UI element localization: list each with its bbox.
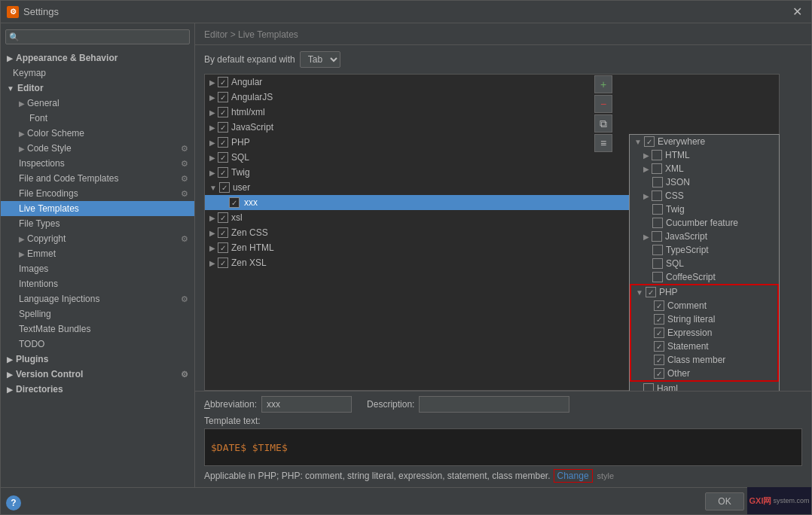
context-item-comment[interactable]: Comment [631, 299, 777, 312]
context-check[interactable] [654, 341, 664, 352]
sidebar-item-images[interactable]: Images [1, 261, 194, 276]
context-item-everywhere[interactable]: ▼ Everywhere [630, 135, 779, 148]
sidebar-item-textmate-bundles[interactable]: TextMate Bundles [1, 321, 194, 337]
context-check[interactable] [652, 204, 663, 215]
sidebar-item-spelling[interactable]: Spelling [1, 306, 194, 321]
template-text-area[interactable]: $DATE$ $TIME$ [204, 428, 802, 466]
search-input[interactable] [22, 32, 186, 42]
context-item-javascript[interactable]: ▶ JavaScript [630, 230, 779, 243]
template-check[interactable] [218, 212, 228, 223]
sidebar-label: File Types [19, 218, 60, 229]
template-label: user [233, 182, 250, 193]
context-check[interactable] [652, 150, 662, 160]
template-check[interactable] [218, 227, 228, 238]
context-item-cucumber[interactable]: Cucumber feature [630, 216, 779, 230]
context-item-other[interactable]: Other [631, 367, 777, 380]
context-item-expression[interactable]: Expression [631, 326, 777, 340]
template-check[interactable] [218, 242, 228, 253]
sidebar-item-font[interactable]: Font [1, 111, 194, 126]
context-check[interactable] [652, 245, 663, 255]
context-item-string-literal[interactable]: String literal [631, 312, 777, 326]
sidebar-item-keymap[interactable]: Keymap [1, 66, 194, 81]
sidebar-item-emmet[interactable]: ▶ Emmet [1, 246, 194, 261]
sidebar-item-intentions[interactable]: Intentions [1, 276, 194, 291]
context-check[interactable] [652, 231, 662, 242]
template-group-angular[interactable]: ▶ Angular [205, 75, 779, 90]
context-item-haml[interactable]: Haml [630, 382, 779, 391]
context-check[interactable] [652, 177, 663, 187]
context-check[interactable] [652, 190, 662, 201]
help-button[interactable]: ? [6, 495, 21, 510]
context-check[interactable] [652, 163, 662, 174]
context-item-html[interactable]: ▶ HTML [630, 148, 779, 162]
remove-template-button[interactable]: − [594, 95, 612, 113]
template-check[interactable] [218, 152, 228, 163]
context-item-json[interactable]: JSON [630, 175, 779, 189]
template-check[interactable] [218, 92, 228, 102]
context-item-css[interactable]: ▶ CSS [630, 189, 779, 203]
sidebar-item-file-types[interactable]: File Types [1, 216, 194, 231]
template-check[interactable] [218, 137, 228, 148]
templates-container: ▶ Angular ▶ AngularJS ▶ html/xml [195, 74, 789, 391]
gear-icon: ⚙ [181, 370, 188, 379]
sidebar-item-directories[interactable]: ▶ Directories [1, 382, 194, 397]
sidebar-item-editor[interactable]: ▼ Editor [1, 81, 194, 96]
template-group-angularjs[interactable]: ▶ AngularJS [205, 90, 779, 105]
context-item-typescript[interactable]: TypeScript [630, 243, 779, 257]
context-item-statement[interactable]: Statement [631, 340, 777, 353]
sidebar-item-version-control[interactable]: ▶ Version Control ⚙ [1, 367, 194, 382]
context-item-php[interactable]: ▼ PHP [631, 285, 777, 299]
add-template-button[interactable]: + [594, 75, 612, 93]
abbreviation-input[interactable] [261, 396, 352, 413]
sidebar-item-todo[interactable]: TODO [1, 337, 194, 352]
template-check[interactable] [218, 167, 228, 178]
context-check[interactable] [646, 287, 656, 297]
sidebar-item-language-injections[interactable]: Language Injections ⚙ [1, 291, 194, 306]
template-check[interactable] [229, 197, 240, 208]
expand-select[interactable]: Tab [300, 51, 340, 68]
menu-template-button[interactable]: ≡ [594, 134, 612, 152]
template-check[interactable] [218, 77, 228, 87]
template-check[interactable] [218, 122, 228, 133]
template-check[interactable] [218, 258, 228, 268]
sidebar-item-plugins[interactable]: ▶ Plugins [1, 352, 194, 367]
sidebar-item-appearance[interactable]: ▶ Appearance & Behavior [1, 50, 194, 66]
copy-template-button[interactable]: ⧉ [594, 114, 612, 133]
context-check[interactable] [654, 368, 664, 379]
context-check[interactable] [654, 328, 664, 338]
sidebar-item-file-encodings[interactable]: File Encodings ⚙ [1, 186, 194, 201]
ok-button[interactable]: OK [705, 492, 743, 510]
context-check[interactable] [654, 314, 664, 325]
context-check[interactable] [652, 258, 663, 269]
sidebar-item-code-style[interactable]: ▶ Code Style ⚙ [1, 141, 194, 156]
template-group-javascript[interactable]: ▶ JavaScript [205, 120, 779, 135]
context-check[interactable] [643, 383, 654, 391]
context-item-xml[interactable]: ▶ XML [630, 162, 779, 175]
change-link[interactable]: Change [554, 469, 593, 483]
sidebar-item-general[interactable]: ▶ General [1, 96, 194, 111]
context-check[interactable] [654, 355, 664, 365]
context-item-coffeescript[interactable]: CoffeeScript [630, 270, 779, 284]
context-check[interactable] [652, 218, 663, 228]
sidebar-item-file-code-templates[interactable]: File and Code Templates ⚙ [1, 171, 194, 186]
context-label: Expression [667, 328, 712, 338]
app-icon: ⚙ [7, 6, 19, 18]
close-button[interactable]: ✕ [789, 5, 805, 19]
sidebar-item-copyright[interactable]: ▶ Copyright ⚙ [1, 231, 194, 246]
template-check[interactable] [218, 107, 228, 117]
sidebar-label: Plugins [16, 354, 48, 364]
sidebar-item-color-scheme[interactable]: ▶ Color Scheme [1, 126, 194, 141]
context-check[interactable] [652, 272, 663, 282]
top-controls: By default expand with Tab [195, 45, 811, 74]
context-item-twig[interactable]: Twig [630, 203, 779, 216]
context-item-class-member[interactable]: Class member [631, 353, 777, 367]
context-check[interactable] [644, 136, 655, 147]
context-check[interactable] [654, 300, 664, 311]
template-group-html-xml[interactable]: ▶ html/xml [205, 105, 779, 120]
sidebar-item-inspections[interactable]: Inspections ⚙ [1, 156, 194, 171]
context-item-sql[interactable]: SQL [630, 257, 779, 270]
description-input[interactable] [419, 396, 569, 413]
search-box[interactable]: 🔍 [5, 29, 190, 44]
sidebar-item-live-templates[interactable]: Live Templates [1, 201, 194, 216]
template-check[interactable] [219, 182, 230, 193]
